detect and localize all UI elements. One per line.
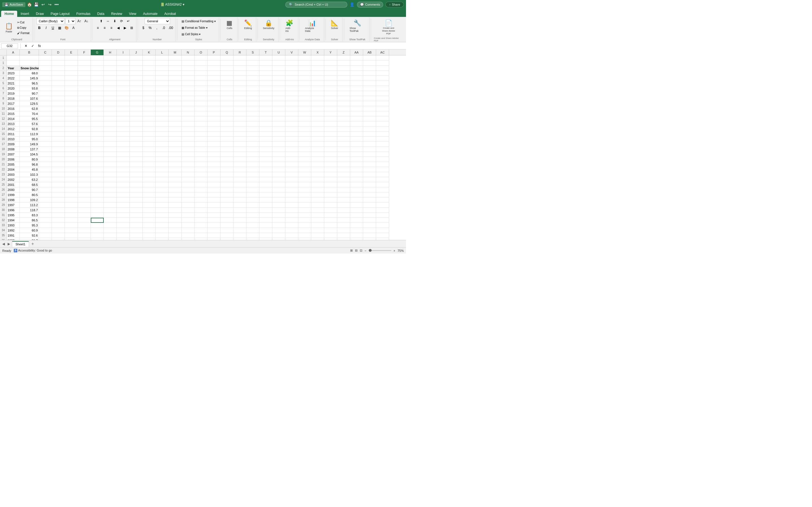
cell-E26[interactable] <box>65 187 78 192</box>
cell-B33[interactable]: 95.3 <box>20 223 39 228</box>
cell-I4[interactable] <box>117 76 130 81</box>
cell-J3[interactable] <box>130 71 143 76</box>
cell-AB16[interactable] <box>363 136 376 142</box>
cell-X4[interactable] <box>311 76 324 81</box>
cell-Y30[interactable] <box>324 208 337 213</box>
cell-V6[interactable] <box>285 86 298 91</box>
cell-AC29[interactable] <box>376 203 389 208</box>
cell-N25[interactable] <box>182 182 195 187</box>
cell-U3[interactable] <box>272 71 285 76</box>
cell-X27[interactable] <box>311 192 324 198</box>
cell-I12[interactable] <box>117 116 130 121</box>
cell-U12[interactable] <box>272 116 285 121</box>
cell-Q7[interactable] <box>220 91 234 96</box>
cell-P30[interactable] <box>207 208 220 213</box>
col-header-D[interactable]: D <box>52 50 65 55</box>
cell-B29[interactable]: 113.2 <box>20 203 39 208</box>
cell-S1[interactable] <box>246 55 259 61</box>
cell-T23[interactable] <box>259 172 272 177</box>
cell-I19[interactable] <box>117 152 130 157</box>
cell-T25[interactable] <box>259 182 272 187</box>
cell-I2[interactable] <box>117 66 130 71</box>
cell-R25[interactable] <box>234 182 246 187</box>
cell-W23[interactable] <box>298 172 311 177</box>
cell-L7[interactable] <box>156 91 168 96</box>
cell-V15[interactable] <box>285 131 298 136</box>
cell-AC4[interactable] <box>376 76 389 81</box>
cell-X17[interactable] <box>311 142 324 147</box>
cell-Y21[interactable] <box>324 162 337 167</box>
cell-K33[interactable] <box>143 223 156 228</box>
cell-M28[interactable] <box>168 198 182 203</box>
cell-N32[interactable] <box>182 218 195 223</box>
cell-AB21[interactable] <box>363 162 376 167</box>
cell-L13[interactable] <box>156 121 168 126</box>
cell-Q11[interactable] <box>220 111 234 116</box>
cell-B17[interactable]: 149.9 <box>20 142 39 147</box>
cell-R7[interactable] <box>234 91 246 96</box>
cell-D32[interactable] <box>52 218 65 223</box>
cell-V18[interactable] <box>285 147 298 152</box>
cell-L8[interactable] <box>156 96 168 101</box>
cell-AA30[interactable] <box>350 208 363 213</box>
cell-M34[interactable] <box>168 228 182 233</box>
cell-Y11[interactable] <box>324 111 337 116</box>
cell-B15[interactable]: 112.9 <box>20 131 39 136</box>
cell-O17[interactable] <box>195 142 207 147</box>
cell-J23[interactable] <box>130 172 143 177</box>
cell-V36[interactable] <box>285 238 298 240</box>
cell-P8[interactable] <box>207 96 220 101</box>
cell-D20[interactable] <box>52 157 65 162</box>
cell-E4[interactable] <box>65 76 78 81</box>
cell-C34[interactable] <box>39 228 52 233</box>
cell-AB5[interactable] <box>363 81 376 86</box>
cell-A2[interactable]: Year <box>7 66 20 71</box>
cell-G12[interactable] <box>91 116 104 121</box>
cell-R2[interactable] <box>234 66 246 71</box>
cell-N36[interactable] <box>182 238 195 240</box>
autosave-button[interactable]: 💾 AutoSave <box>2 2 26 7</box>
cell-E27[interactable] <box>65 192 78 198</box>
cell-P33[interactable] <box>207 223 220 228</box>
cell-J26[interactable] <box>130 187 143 192</box>
cell-X33[interactable] <box>311 223 324 228</box>
cell-R23[interactable] <box>234 172 246 177</box>
cell-E8[interactable] <box>65 96 78 101</box>
cell-X12[interactable] <box>311 116 324 121</box>
cell-A5[interactable]: 2021 <box>7 81 20 86</box>
cell-A14[interactable]: 2012 <box>7 126 20 131</box>
cell-J5[interactable] <box>130 81 143 86</box>
cell-AA5[interactable] <box>350 81 363 86</box>
cell-M20[interactable] <box>168 157 182 162</box>
zoom-in-button[interactable]: + <box>394 249 395 252</box>
cell-Q5[interactable] <box>220 81 234 86</box>
col-header-T[interactable]: T <box>259 50 272 55</box>
cell-B32[interactable]: 86.5 <box>20 218 39 223</box>
cell-T10[interactable] <box>259 106 272 111</box>
cell-H18[interactable] <box>104 147 117 152</box>
cell-V5[interactable] <box>285 81 298 86</box>
cell-O25[interactable] <box>195 182 207 187</box>
cell-I10[interactable] <box>117 106 130 111</box>
cell-E12[interactable] <box>65 116 78 121</box>
cell-W12[interactable] <box>298 116 311 121</box>
cell-K7[interactable] <box>143 91 156 96</box>
cell-O36[interactable] <box>195 238 207 240</box>
cell-Z29[interactable] <box>337 203 350 208</box>
sheet-next-button[interactable]: ▶ <box>6 241 11 246</box>
cell-X25[interactable] <box>311 182 324 187</box>
cell-P17[interactable] <box>207 142 220 147</box>
cell-Z34[interactable] <box>337 228 350 233</box>
cell-A16[interactable]: 2010 <box>7 136 20 142</box>
cell-K1[interactable] <box>143 55 156 61</box>
cell-O18[interactable] <box>195 147 207 152</box>
cell-V1[interactable] <box>285 61 298 66</box>
cell-AB6[interactable] <box>363 86 376 91</box>
cell-E11[interactable] <box>65 111 78 116</box>
cell-AB27[interactable] <box>363 192 376 198</box>
cell-Y6[interactable] <box>324 86 337 91</box>
cell-R26[interactable] <box>234 187 246 192</box>
cell-E9[interactable] <box>65 101 78 106</box>
cell-AC10[interactable] <box>376 106 389 111</box>
cell-Y1[interactable] <box>324 55 337 61</box>
